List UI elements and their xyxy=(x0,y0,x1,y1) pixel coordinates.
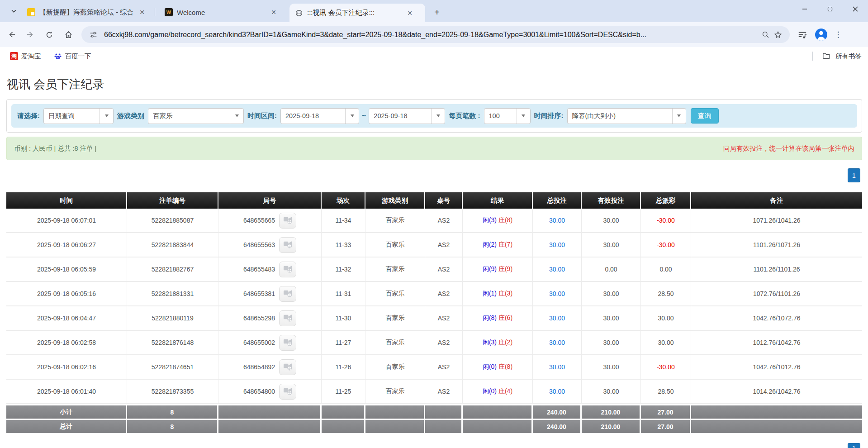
result-banker: 庄(6) xyxy=(498,314,512,321)
cell-result: 闲(2) 庄(7) xyxy=(463,233,533,257)
tab-close-icon[interactable]: ✕ xyxy=(138,8,146,16)
cell-result: 闲(3) 庄(2) xyxy=(463,331,533,355)
profile-avatar[interactable] xyxy=(815,29,827,41)
tab-forum[interactable]: 【新提醒】海燕策略论坛 - 综合 ✕ xyxy=(22,4,153,21)
maximize-button[interactable] xyxy=(817,0,843,18)
round-id: 648655563 xyxy=(243,241,275,248)
cell-remark: 1014.26/1042.76 xyxy=(691,380,862,404)
chevron-down-icon[interactable] xyxy=(431,109,445,124)
close-window-button[interactable] xyxy=(843,0,868,18)
forward-icon[interactable] xyxy=(23,27,38,43)
page-1-button[interactable]: 1 xyxy=(848,168,860,182)
total-bet-link[interactable]: 30.00 xyxy=(549,363,565,371)
cell-payout: 0.00 xyxy=(641,257,691,282)
total-bet-link[interactable]: 30.00 xyxy=(549,339,565,346)
pagination-top: 1 xyxy=(6,168,862,182)
cell-payout: 28.50 xyxy=(641,282,691,306)
video-replay-button[interactable] xyxy=(279,262,296,277)
cell-valid-bet: 30.00 xyxy=(582,282,641,306)
video-camera-icon xyxy=(283,289,293,299)
zoom-icon[interactable] xyxy=(759,29,772,41)
cell-table-no: AS2 xyxy=(425,331,463,355)
pagination-bottom-button[interactable]: 1 xyxy=(848,443,860,448)
table-row: 2025-09-18 06:01:40 522821873355 6486548… xyxy=(6,380,862,404)
video-replay-button[interactable] xyxy=(279,335,296,351)
sort-select[interactable]: 降幂(由大到小) xyxy=(567,108,686,124)
total-bet-link[interactable]: 30.00 xyxy=(549,241,565,248)
cell-total-bet: 30.00 xyxy=(533,331,582,355)
cell-time: 2025-09-18 06:01:40 xyxy=(6,380,127,404)
total-bet-link[interactable]: 30.00 xyxy=(549,217,565,224)
address-bar[interactable]: 66cxkj98.com/game/betrecord_search/kind3… xyxy=(81,26,790,43)
chevron-down-icon[interactable] xyxy=(230,109,243,124)
video-camera-icon xyxy=(283,386,293,396)
cell-time: 2025-09-18 06:05:16 xyxy=(6,282,127,306)
chevron-down-icon[interactable] xyxy=(517,109,530,124)
chevron-down-icon[interactable] xyxy=(672,109,686,124)
media-controls-icon[interactable] xyxy=(796,29,809,41)
cell-session: 11-25 xyxy=(322,380,365,404)
video-replay-button[interactable] xyxy=(279,384,296,400)
search-button[interactable]: 查询 xyxy=(691,108,719,124)
tab-welcome[interactable]: W Welcome ✕ xyxy=(159,4,282,21)
video-replay-button[interactable] xyxy=(279,286,296,302)
notice-text: 同局有效投注，统一计算在该局第一张注单内 xyxy=(723,144,854,153)
url-text[interactable]: 66cxkj98.com/game/betrecord_search/kind3… xyxy=(104,31,759,39)
payout-value: -30.00 xyxy=(657,363,675,371)
cell-bet-id: 522821882767 xyxy=(127,257,218,282)
tab-bet-record-active[interactable]: :::视讯 会员下注纪录::: ✕ xyxy=(289,4,425,22)
cell-result: 闲(9) 庄(9) xyxy=(463,257,533,282)
query-type-select[interactable]: 日期查询 xyxy=(43,108,114,124)
column-header: 总派彩 xyxy=(641,192,691,209)
new-tab-button[interactable]: + xyxy=(431,6,443,19)
cell-result: 闲(3) 庄(8) xyxy=(463,209,533,233)
game-type-select[interactable]: 百家乐 xyxy=(148,108,244,124)
round-id: 648655002 xyxy=(243,339,275,346)
chevron-down-icon[interactable] xyxy=(345,109,359,124)
round-id: 648654892 xyxy=(243,363,275,371)
browser-window: 【新提醒】海燕策略论坛 - 综合 ✕ W Welcome ✕ :::视讯 会员下… xyxy=(0,0,868,448)
total-bet-link[interactable]: 30.00 xyxy=(549,290,565,297)
bookmark-taobao[interactable]: 淘 爱淘宝 xyxy=(7,51,44,62)
column-header: 注单编号 xyxy=(127,192,218,209)
cell-time: 2025-09-18 06:02:58 xyxy=(6,331,127,355)
bookmark-baidu[interactable]: du 百度一下 xyxy=(51,51,94,62)
payout-value: 0.00 xyxy=(659,266,672,273)
date-end-input[interactable]: 2025-09-18 xyxy=(369,108,445,124)
column-header: 时间 xyxy=(6,192,127,209)
site-settings-icon[interactable] xyxy=(87,29,100,41)
back-icon[interactable] xyxy=(4,27,19,43)
all-bookmarks[interactable]: 所有书签 xyxy=(812,50,862,62)
cell-table-no: AS2 xyxy=(425,355,463,380)
cell-payout: -30.00 xyxy=(641,209,691,233)
total-bet-link[interactable]: 30.00 xyxy=(549,266,565,273)
date-start-input[interactable]: 2025-09-18 xyxy=(280,108,359,124)
video-replay-button[interactable] xyxy=(279,310,296,326)
tab-close-icon[interactable]: ✕ xyxy=(270,8,278,16)
total-bet-link[interactable]: 30.00 xyxy=(549,315,565,322)
page-size-select[interactable]: 100 xyxy=(484,108,531,124)
video-replay-button[interactable] xyxy=(279,237,296,253)
reload-icon[interactable] xyxy=(42,27,57,43)
cell-remark: 1101.26/1071.26 xyxy=(691,233,862,257)
table-row: 2025-09-18 06:05:16 522821881331 6486553… xyxy=(6,282,862,306)
menu-kebab-icon[interactable]: ⋮ xyxy=(832,29,844,41)
minimize-button[interactable] xyxy=(792,0,817,18)
video-replay-button[interactable] xyxy=(279,213,296,229)
tab-search-chevron-icon[interactable] xyxy=(7,5,20,17)
video-replay-button[interactable] xyxy=(279,359,296,375)
cell-total-bet: 30.00 xyxy=(533,306,582,331)
tab-close-icon[interactable]: ✕ xyxy=(406,9,414,17)
chevron-down-icon[interactable] xyxy=(100,109,113,124)
cell-payout: -30.00 xyxy=(641,355,691,380)
cell-payout: 30.00 xyxy=(641,331,691,355)
bookmark-star-icon[interactable] xyxy=(772,29,784,41)
video-camera-icon xyxy=(283,338,293,348)
footer-valid-bet: 210.00 xyxy=(582,404,641,419)
result-player: 闲(3) xyxy=(483,338,497,346)
cell-round-id: 648655563 xyxy=(218,233,322,257)
cell-valid-bet: 30.00 xyxy=(582,233,641,257)
home-icon[interactable] xyxy=(61,27,76,43)
cell-round-id: 648655298 xyxy=(218,306,322,331)
total-bet-link[interactable]: 30.00 xyxy=(549,388,565,395)
